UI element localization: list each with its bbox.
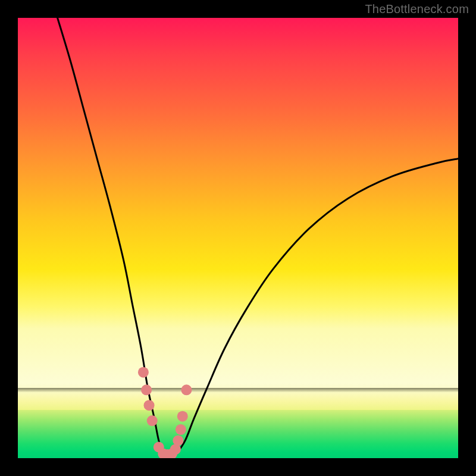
bottleneck-curve xyxy=(58,18,458,458)
marker-dot xyxy=(173,435,183,446)
marker-dot xyxy=(176,424,186,435)
marker-dot xyxy=(144,400,155,411)
marker-dot xyxy=(138,367,149,378)
marker-dot xyxy=(147,415,158,426)
plot-area xyxy=(18,18,458,458)
bottleneck-curve-path xyxy=(58,18,458,458)
marker-dot xyxy=(141,384,152,395)
marker-dot xyxy=(181,384,192,395)
watermark-text: TheBottleneck.com xyxy=(365,2,469,16)
chart-frame: TheBottleneck.com xyxy=(0,0,476,476)
marker-dot xyxy=(177,411,188,422)
curves-layer xyxy=(18,18,458,458)
